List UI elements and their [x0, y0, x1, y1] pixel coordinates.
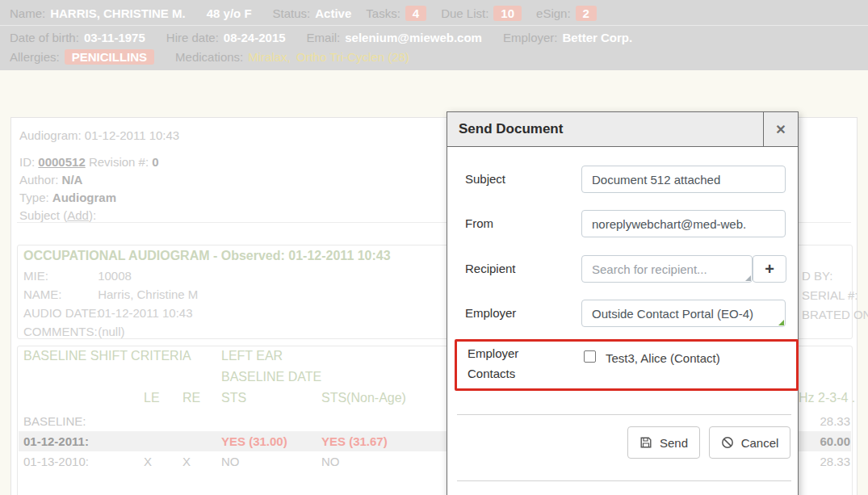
due-list-label: Due List:	[441, 6, 489, 20]
sts-nonage-value: NO	[321, 455, 340, 468]
author-value: N/A	[62, 173, 83, 187]
email-label: Email:	[307, 31, 341, 44]
audiogram-row-date: AUDIO DATE: 01-12-2011 10:43	[23, 306, 193, 320]
allergy-badge[interactable]: PENICILLINS	[65, 49, 154, 65]
tasks-label: Tasks:	[366, 6, 400, 20]
employer-contacts-label-line1: Employer	[468, 346, 518, 360]
col-re-header: RE	[182, 391, 200, 405]
send-button[interactable]: Send	[627, 426, 700, 459]
status-label: Status:	[273, 6, 311, 20]
id-label: ID:	[19, 155, 35, 169]
name-label: Name:	[10, 6, 45, 20]
document-id-link[interactable]: 0000512	[38, 155, 85, 169]
left-ear-header: LEFT EAR	[221, 349, 283, 363]
type-label: Type:	[19, 191, 49, 204]
audio-date-value: 01-12-2011 10:43	[98, 306, 192, 320]
modal-title: Send Document	[447, 112, 763, 146]
row-right-value: 28.33	[794, 414, 850, 428]
row-label: 01-12-2011:	[23, 434, 89, 448]
save-icon	[639, 436, 652, 449]
dob-label: Date of birth:	[10, 31, 79, 44]
due-list-count-badge[interactable]: 10	[493, 6, 522, 21]
baseline-date-header: BASELINE DATE	[221, 370, 321, 384]
serial-fragment: SERIAL #:	[802, 288, 858, 302]
calibrated-fragment: BRATED ON	[802, 308, 868, 321]
annotation-highlight-box: Employer Contacts Test3, Alice (Contact)	[455, 339, 799, 391]
recipient-search-input[interactable]	[581, 255, 753, 283]
mie-label: MIE:	[23, 269, 94, 283]
comments-label: COMMENTS:	[23, 325, 94, 338]
author-label: Author:	[19, 173, 58, 187]
comments-value: (null)	[98, 325, 124, 338]
cancel-button[interactable]: Cancel	[709, 426, 790, 459]
subject-suffix: ):	[89, 208, 96, 222]
type-value: Audiogram	[52, 191, 116, 204]
modal-body: Subject From Recipient + Employer Employ…	[447, 147, 798, 495]
status-value: Active	[315, 6, 351, 20]
name-row-label: NAME:	[23, 287, 94, 301]
footer-divider-top	[457, 414, 791, 415]
from-field-label: From	[465, 216, 493, 230]
hire-date-label: Hire date:	[166, 31, 219, 44]
cancel-button-label: Cancel	[741, 436, 779, 450]
contact-checkbox-label[interactable]: Test3, Alice (Contact)	[606, 351, 720, 365]
tasks-count-badge[interactable]: 4	[405, 6, 426, 21]
audio-date-label: AUDIO DATE:	[23, 306, 94, 320]
patient-banner: Name: HARRIS, CHRISTINE M. 48 y/o F Stat…	[0, 0, 868, 70]
banner-row-details: Date of birth: 03-11-1975 Hire date: 08-…	[10, 31, 632, 44]
name-row-value: Harris, Christine M	[98, 287, 198, 301]
cancel-icon	[721, 436, 734, 449]
row-label: BASELINE:	[23, 414, 86, 428]
tested-by-fragment: D BY:	[802, 269, 832, 283]
subject-prefix: Subject (	[19, 208, 67, 222]
revision-value: 0	[152, 155, 158, 169]
col-sts-header: STS	[221, 391, 246, 405]
audiogram-row-comments: COMMENTS: (null)	[23, 325, 125, 338]
mie-value: 10008	[98, 269, 132, 283]
modal-header: Send Document ✕	[447, 112, 798, 147]
audiogram-row-mie: MIE: 10008	[23, 269, 132, 283]
contact-checkbox[interactable]	[584, 350, 596, 363]
from-input[interactable]	[581, 210, 786, 237]
re-value: X	[182, 455, 191, 468]
medication-link-ortho[interactable]: Ortho Tri-Cyclen (28)	[296, 50, 409, 64]
document-author-line: Author: N/A	[19, 173, 82, 187]
audiogram-row-name: NAME: Harris, Christine M	[23, 287, 198, 301]
employer-contacts-label-line2: Contacts	[468, 367, 515, 380]
banner-row-clinical: Allergies: PENICILLINS Medications: Mira…	[10, 49, 415, 65]
revision-label: Revision #:	[89, 155, 149, 169]
medications-label: Medications:	[175, 50, 243, 64]
footer-divider-bottom	[457, 480, 791, 481]
col-le-header: LE	[144, 391, 160, 405]
row-right-value: 60.00	[794, 434, 850, 448]
document-header-title: Audiogram: 01-12-2011 10:43	[19, 128, 179, 142]
subject-field-label: Subject	[465, 172, 505, 186]
employer-select[interactable]	[581, 300, 786, 327]
patient-age-sex: 48 y/o F	[207, 6, 252, 20]
close-icon[interactable]: ✕	[763, 112, 798, 146]
document-type-line: Type: Audiogram	[19, 191, 116, 204]
hz-header-fragment: Hz 2-3-4 .	[799, 391, 855, 405]
banner-row-demographics: Name: HARRIS, CHRISTINE M. 48 y/o F Stat…	[10, 6, 597, 21]
employer-label: Employer:	[503, 31, 558, 44]
section-title: BASELINE SHIFT CRITERIA	[23, 349, 191, 363]
row-right-value: 28.33	[794, 455, 850, 468]
subject-add-link[interactable]: Add	[67, 208, 89, 222]
recipient-field-label: Recipient	[465, 262, 516, 275]
add-recipient-button[interactable]: +	[753, 255, 786, 283]
sts-nonage-value: YES (31.67)	[321, 434, 388, 448]
document-id-line: ID: 0000512 Revision #: 0	[19, 155, 159, 169]
audiogram-title: OCCUPATIONAL AUDIOGRAM - Observed: 01-12…	[23, 249, 391, 263]
esign-count-badge[interactable]: 2	[576, 6, 597, 21]
medication-link-miralax[interactable]: Miralax,	[248, 50, 291, 64]
esign-label: eSign:	[536, 6, 571, 20]
patient-name[interactable]: HARRIS, CHRISTINE M.	[50, 6, 186, 20]
plus-icon: +	[765, 260, 774, 279]
allergies-label: Allergies:	[10, 50, 60, 64]
hire-date-value: 08-24-2015	[224, 31, 286, 44]
sts-value: NO	[221, 455, 240, 468]
subject-input[interactable]	[581, 166, 786, 193]
send-document-modal: Send Document ✕ Subject From Recipient +…	[447, 111, 799, 495]
banner-divider	[0, 25, 868, 26]
dob-value: 03-11-1975	[84, 31, 145, 44]
